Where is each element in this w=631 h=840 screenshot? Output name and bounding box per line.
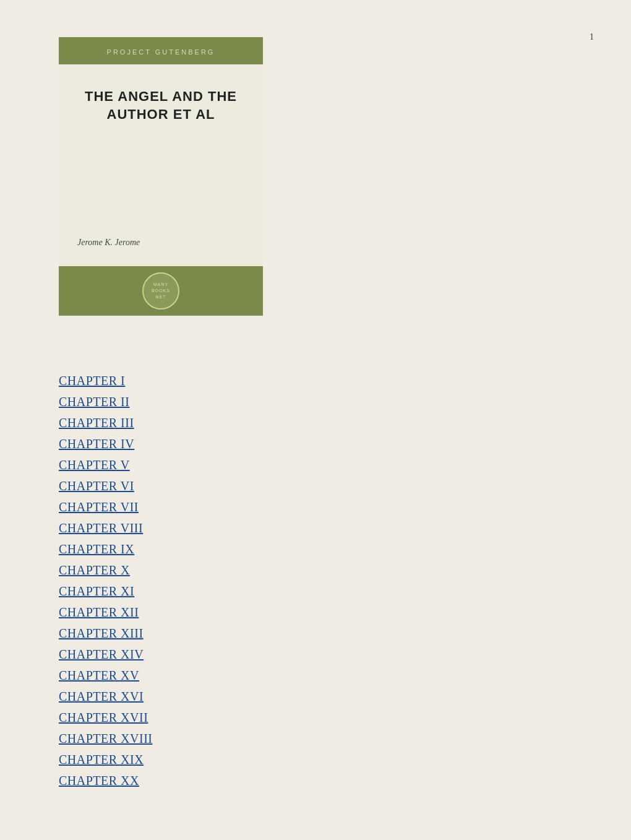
toc-chapter-14[interactable]: CHAPTER XIV — [59, 645, 153, 664]
toc-chapter-15[interactable]: CHAPTER XV — [59, 666, 153, 685]
toc-chapter-2[interactable]: CHAPTER II — [59, 392, 153, 411]
toc-chapter-19[interactable]: CHAPTER XIX — [59, 750, 153, 769]
toc-chapter-5[interactable]: CHAPTER V — [59, 456, 153, 474]
toc-chapter-9[interactable]: CHAPTER IX — [59, 540, 153, 558]
toc-chapter-1[interactable]: CHAPTER I — [59, 371, 153, 390]
toc-chapter-6[interactable]: CHAPTER VI — [59, 477, 153, 495]
toc-chapter-7[interactable]: CHAPTER VII — [59, 498, 153, 516]
toc-chapter-16[interactable]: CHAPTER XVI — [59, 687, 153, 706]
page-number: 1 — [590, 32, 594, 42]
book-title: THE ANGEL AND THE AUTHOR ET AL — [85, 88, 237, 123]
toc-chapter-8[interactable]: CHAPTER VIII — [59, 519, 153, 537]
toc-chapter-17[interactable]: CHAPTER XVII — [59, 708, 153, 727]
cover-main-area: THE ANGEL AND THE AUTHOR ET AL Jerome K.… — [59, 64, 263, 266]
toc-chapter-12[interactable]: CHAPTER XII — [59, 603, 153, 621]
toc-chapter-13[interactable]: CHAPTER XIII — [59, 624, 153, 643]
toc-chapter-4[interactable]: CHAPTER IV — [59, 435, 153, 453]
toc-chapter-20[interactable]: CHAPTER XX — [59, 771, 153, 790]
toc-chapter-10[interactable]: CHAPTER X — [59, 561, 153, 579]
book-author: Jerome K. Jerome — [77, 238, 140, 248]
table-of-contents: CHAPTER ICHAPTER IICHAPTER IIICHAPTER IV… — [59, 371, 153, 792]
toc-chapter-18[interactable]: CHAPTER XVIII — [59, 729, 153, 748]
book-cover: PROJECT GUTENBERG THE ANGEL AND THE AUTH… — [59, 37, 263, 316]
cover-bottom-band: MANY BOOKS NET — [59, 266, 263, 316]
publisher-label: PROJECT GUTENBERG — [107, 48, 215, 56]
cover-top-band: PROJECT GUTENBERG — [59, 37, 263, 64]
manybooks-badge: MANY BOOKS NET — [142, 272, 179, 310]
toc-chapter-3[interactable]: CHAPTER III — [59, 414, 153, 432]
toc-chapter-11[interactable]: CHAPTER XI — [59, 582, 153, 600]
